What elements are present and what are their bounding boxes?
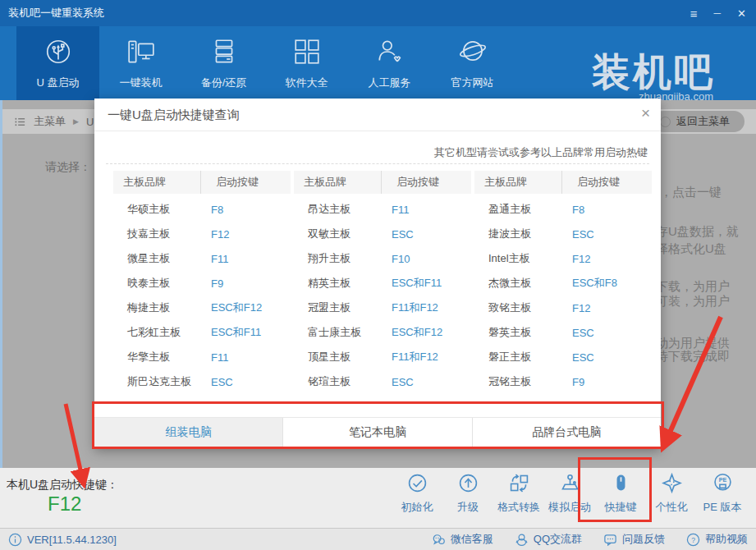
nav-item-software-collection[interactable]: 软件大全 xyxy=(265,26,348,100)
please-select-label: 请选择： xyxy=(45,160,91,175)
nav-label: 一键装机 xyxy=(120,76,163,90)
info-icon xyxy=(8,533,22,547)
table-row: 华硕主板F8 xyxy=(113,197,291,222)
wechat-icon xyxy=(432,533,446,547)
breadcrumb-current-partial: U xyxy=(86,116,94,128)
nav-item-official-website[interactable]: 官方网站 xyxy=(431,26,514,100)
nav-label: 官方网站 xyxy=(451,76,494,90)
back-circle-icon xyxy=(660,117,671,127)
table-row: 捷波主板ESC xyxy=(474,222,652,246)
qq-group-link[interactable]: QQ交流群 xyxy=(515,532,582,547)
feedback-bubble-icon xyxy=(603,533,617,547)
feedback-link[interactable]: 问题反馈 xyxy=(603,532,665,547)
tab-assembled-pc[interactable]: 组装电脑 xyxy=(94,418,282,447)
nav-item-backup-restore[interactable]: 备份/还原 xyxy=(182,26,265,100)
logo-wordmark: 装机吧 xyxy=(592,51,715,94)
nav-item-human-service[interactable]: 人工服务 xyxy=(348,26,431,100)
column-header-key: 启动按键 xyxy=(382,171,439,194)
table-row: 翔升主板F10 xyxy=(294,246,471,271)
menu-icon[interactable]: ≡ xyxy=(690,7,698,20)
simulate-boot-icon xyxy=(559,472,581,497)
hotkey-table-column-3: 主板品牌 启动按键 盈通主板F8 捷波主板ESC Intel主板F12 杰微主板… xyxy=(474,171,652,394)
table-row: 顶星主板F11和F12 xyxy=(294,345,471,369)
close-window-icon[interactable]: ✕ xyxy=(737,8,746,19)
computer-icon xyxy=(126,37,156,70)
return-main-menu-button[interactable]: 返回主菜单 xyxy=(653,111,745,132)
background-text-fragment: 择格式化U盘 xyxy=(656,241,756,257)
globe-icon xyxy=(458,37,488,70)
format-convert-button[interactable]: 格式转换 xyxy=(493,472,544,515)
table-row: 杰微主板ESC和F8 xyxy=(474,271,652,296)
hotkey-table-column-1: 主板品牌 启动按键 华硕主板F8 技嘉主板F12 微星主板F11 映泰主板F9 … xyxy=(113,171,291,394)
table-row: 斯巴达克主板ESC xyxy=(113,369,291,394)
dialog-hint: 其它机型请尝试或参考以上品牌常用启动热键 xyxy=(434,145,648,160)
titlebar: 装机吧一键重装系统 ≡ ─ ✕ xyxy=(0,0,756,26)
column-header-key: 启动按键 xyxy=(562,171,620,194)
table-row: 盈通主板F8 xyxy=(474,197,652,222)
table-row: 双敏主板ESC xyxy=(294,222,471,246)
table-row: 微星主板F11 xyxy=(113,246,291,271)
column-header-brand: 主板品牌 xyxy=(294,171,382,194)
tab-brand-desktop[interactable]: 品牌台式电脑 xyxy=(472,418,661,447)
nav-item-one-key-install[interactable]: 一键装机 xyxy=(99,26,182,100)
column-header-key: 启动按键 xyxy=(201,171,259,194)
column-header-brand: 主板品牌 xyxy=(474,171,562,194)
usb-icon xyxy=(44,37,73,70)
table-row: 华擎主板F11 xyxy=(113,345,291,369)
nav-label: 人工服务 xyxy=(369,76,411,90)
hotkey-button[interactable]: 快捷键 xyxy=(595,472,646,515)
initialize-button[interactable]: 初始化 xyxy=(392,472,442,515)
simulate-boot-button[interactable]: 模拟启动 xyxy=(544,472,595,515)
list-icon xyxy=(14,116,26,128)
bottom-toolbar: 初始化 升级 格式转换 模拟启动 快捷键 个性化 xyxy=(392,472,748,515)
back-button-label: 返回主菜单 xyxy=(676,114,730,129)
init-check-icon xyxy=(406,472,428,497)
nav-item-usb-boot[interactable]: U 盘启动 xyxy=(16,26,99,100)
hotkey-mouse-icon xyxy=(610,472,632,497)
format-convert-icon xyxy=(508,472,530,497)
bottom-panel: 本机U盘启动快捷键： F12 初始化 升级 格式转换 模拟启动 快捷键 xyxy=(0,468,756,528)
version-text: VER[11.5.44.1230] xyxy=(27,534,117,546)
table-row: 冠盟主板F11和F12 xyxy=(294,296,471,320)
tab-laptop[interactable]: 笔记本电脑 xyxy=(282,418,471,447)
table-row: 精英主板ESC和F11 xyxy=(294,271,471,296)
local-hotkey-label: 本机U盘启动快捷键： xyxy=(7,478,118,493)
grid-icon xyxy=(292,37,322,70)
table-row: 致铭主板F12 xyxy=(474,296,652,320)
nav-label: 备份/还原 xyxy=(201,76,247,90)
pe-version-button[interactable]: PE PE 版本 xyxy=(697,472,748,515)
left-edge-strip xyxy=(0,100,2,468)
background-text-fragment: 待下载完成即 xyxy=(656,349,756,364)
server-stack-icon xyxy=(209,37,239,70)
brand-logo: 装机吧 zhuangjiba.com xyxy=(592,51,715,103)
dialog-title: 一键U盘启动快捷键查询 xyxy=(108,99,240,131)
personalize-star-icon xyxy=(661,472,683,497)
close-dialog-icon[interactable]: × xyxy=(641,105,650,121)
content-area: 主菜单 ▶ U 返回主菜单 请选择： ”，点击一键 存U盘数据，就 择格式化U盘… xyxy=(0,100,756,468)
person-icon xyxy=(375,37,405,70)
background-text-fragment: 下载，为用户 xyxy=(656,279,756,295)
qq-icon xyxy=(515,533,529,547)
app-window: 装机吧一键重装系统 ≡ ─ ✕ U 盘启动 一键装机 xyxy=(0,0,756,550)
help-video-link[interactable]: ? 帮助视频 xyxy=(686,532,748,547)
hotkey-query-dialog: 一键U盘启动快捷键查询 × 其它机型请尝试或参考以上品牌常用启动热键 主板品牌 … xyxy=(94,99,661,447)
table-row: 磐英主板ESC xyxy=(474,320,652,345)
svg-text:?: ? xyxy=(691,535,695,543)
version-info: VER[11.5.44.1230] xyxy=(8,529,117,550)
table-row: 映泰主板F9 xyxy=(113,271,291,296)
minimize-icon[interactable]: ─ xyxy=(714,8,722,18)
breadcrumb-main-menu[interactable]: 主菜单 xyxy=(34,114,66,129)
table-row: 昂达主板F11 xyxy=(294,197,471,222)
help-icon: ? xyxy=(686,533,700,547)
table-row: 富士康主板ESC和F12 xyxy=(294,320,471,345)
table-row: 梅捷主板ESC和F12 xyxy=(113,296,291,320)
statusbar: VER[11.5.44.1230] 微信客服 QQ交流群 问题反馈 ? 帮助视频 xyxy=(0,528,756,550)
personalize-button[interactable]: 个性化 xyxy=(646,472,697,515)
dialog-header: 一键U盘启动快捷键查询 × xyxy=(94,99,661,131)
app-title: 装机吧一键重装系统 xyxy=(8,0,104,26)
wechat-support-link[interactable]: 微信客服 xyxy=(432,532,493,547)
column-header-brand: 主板品牌 xyxy=(113,171,201,194)
chevron-right-icon: ▶ xyxy=(73,117,79,126)
upgrade-button[interactable]: 升级 xyxy=(442,472,493,515)
nav-label: 软件大全 xyxy=(286,76,328,90)
